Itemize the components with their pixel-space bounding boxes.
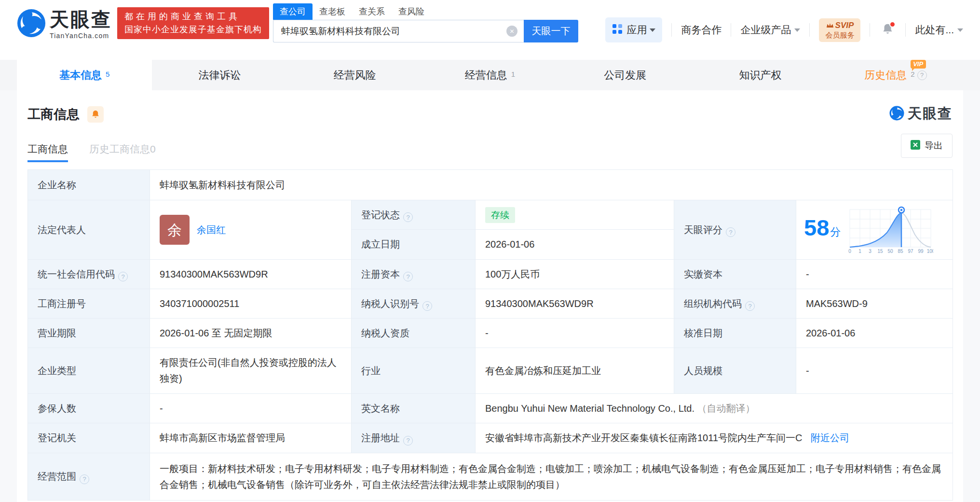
org-code-value: MAK563WD-9 — [796, 289, 953, 319]
divider — [809, 23, 810, 37]
address-value: 安徽省蚌埠市高新技术产业开发区秦集镇长征南路1011号院内生产车间一C 附近公司 — [476, 423, 953, 453]
insured-label: 参保人数 — [28, 394, 150, 423]
taxpayer-id-label: 纳税人识别号 — [352, 289, 476, 319]
search-button[interactable]: 天眼一下 — [524, 20, 578, 42]
tab-operation-info[interactable]: 经营信息 1 — [422, 60, 558, 90]
nearby-companies-link[interactable]: 附近公司 — [811, 432, 849, 443]
tab-legal-proceedings[interactable]: 法律诉讼 — [152, 60, 287, 90]
help-icon[interactable] — [726, 227, 735, 237]
subscribe-bell-icon[interactable] — [87, 106, 104, 123]
staff-size-label: 人员规模 — [674, 348, 796, 394]
help-icon[interactable] — [80, 474, 89, 484]
search-tab-risk[interactable]: 查风险 — [392, 3, 431, 20]
search-input[interactable] — [273, 26, 506, 37]
export-button[interactable]: 导出 — [901, 134, 953, 158]
avatar: 余 — [160, 215, 190, 245]
chevron-down-icon — [650, 28, 655, 32]
svg-text:100: 100 — [927, 249, 933, 254]
established-value: 2026-01-06 — [476, 230, 674, 260]
address-label: 注册地址 — [352, 423, 476, 453]
tab-company-development[interactable]: 公司发展 — [558, 60, 693, 90]
help-icon[interactable] — [118, 272, 128, 281]
clear-search-icon[interactable] — [506, 26, 517, 37]
tab-operation-risk[interactable]: 经营风险 — [287, 60, 422, 90]
top-navigation: 应用 商务合作 企业级产品 SVIP 会员服务 此处有... — [605, 0, 963, 60]
vip-badge: VIP — [911, 60, 926, 69]
taxpayer-quality-label: 纳税人资质 — [352, 319, 476, 348]
taxpayer-id-value: 91340300MAK563WD9R — [476, 289, 674, 319]
account-menu[interactable]: 此处有... — [915, 23, 963, 37]
registry-label: 登记机关 — [28, 423, 150, 453]
search-tab-company[interactable]: 查公司 — [273, 3, 313, 20]
business-term-label: 营业期限 — [28, 319, 150, 348]
company-section-tabs: 基本信息 5 法律诉讼 经营风险 经营信息 1 公司发展 知识产权 历史信息 V… — [0, 60, 980, 90]
nav-business-cooperation[interactable]: 商务合作 — [681, 23, 721, 37]
legal-rep-link[interactable]: 余国红 — [197, 222, 226, 238]
paid-capital-label: 实缴资本 — [674, 260, 796, 289]
search-tab-boss[interactable]: 查老板 — [313, 3, 352, 20]
help-icon[interactable] — [403, 212, 413, 222]
business-scope-label: 经营范围 — [28, 453, 150, 501]
svg-text:3: 3 — [869, 249, 872, 254]
divider — [671, 23, 672, 37]
registry-value: 蚌埠市高新区市场监督管理局 — [150, 423, 352, 453]
table-row: 参保人数 - 英文名称 Bengbu Yuhui New Material Te… — [28, 394, 953, 423]
divider — [870, 23, 870, 37]
svip-membership-button[interactable]: SVIP 会员服务 — [819, 18, 860, 42]
help-icon[interactable] — [917, 70, 927, 80]
apps-grid-icon — [612, 24, 623, 36]
promo-line2: 国家中小企业发展子基金旗下机构 — [124, 23, 262, 36]
tab-history-info[interactable]: 历史信息 VIP 2 — [828, 60, 963, 90]
taxpayer-quality-value: - — [476, 319, 674, 348]
notifications-bell-icon[interactable] — [881, 23, 894, 38]
table-row: 工商注册号 340371000002511 纳税人识别号 91340300MAK… — [28, 289, 953, 319]
chevron-down-icon — [794, 28, 800, 32]
apps-label: 应用 — [626, 23, 647, 37]
table-row: 统一社会信用代码 91340300MAK563WD9R 注册资本 100万人民币… — [28, 260, 953, 289]
paid-capital-value: - — [796, 260, 953, 289]
reg-status-label: 登记状态 — [352, 200, 476, 230]
tianyancha-logo[interactable]: 天眼查 TianYanCha.com — [17, 9, 112, 40]
help-icon[interactable] — [403, 436, 413, 446]
svg-text:1: 1 — [859, 249, 862, 254]
tab-basic-info[interactable]: 基本信息 5 — [17, 60, 152, 90]
tab-intellectual-property[interactable]: 知识产权 — [693, 60, 828, 90]
search-tabs: 查公司 查老板 查关系 查风险 — [273, 4, 578, 20]
subtab-business-info[interactable]: 工商信息 — [27, 142, 68, 162]
apps-menu[interactable]: 应用 — [605, 17, 662, 42]
excel-icon — [911, 140, 920, 152]
uscc-value: 91340300MAK563WD9R — [150, 260, 352, 289]
table-row: 企业名称 蚌埠驭氢新材料科技有限公司 — [28, 170, 953, 200]
crown-icon — [826, 21, 834, 30]
search-tab-relation[interactable]: 查关系 — [352, 3, 392, 20]
legal-rep-cell: 余 余国红 — [150, 200, 352, 260]
subtab-history-business-info[interactable]: 历史工商信息0 — [89, 142, 156, 162]
svg-text:99: 99 — [918, 249, 924, 254]
section-title: 工商信息 — [27, 106, 80, 123]
help-icon[interactable] — [422, 301, 432, 311]
approval-date-value: 2026-01-06 — [796, 319, 953, 348]
reg-capital-label: 注册资本 — [352, 260, 476, 289]
help-icon[interactable] — [745, 301, 755, 311]
svg-text:50: 50 — [888, 249, 894, 254]
table-row: 登记机关 蚌埠市高新区市场监督管理局 注册地址 安徽省蚌埠市高新技术产业开发区秦… — [28, 423, 953, 453]
reg-status-value: 存续 — [476, 200, 674, 230]
header: 天眼查 TianYanCha.com 都在用的商业查询工具 国家中小企业发展子基… — [0, 0, 980, 60]
help-icon[interactable] — [403, 272, 413, 281]
approval-date-label: 核准日期 — [674, 319, 796, 348]
tab-count: 1 — [511, 70, 515, 78]
table-row: 企业类型 有限责任公司(非自然人投资或控股的法人独资) 行业 有色金属冶炼和压延… — [28, 348, 953, 394]
english-name-label: 英文名称 — [352, 394, 476, 423]
english-name-value: Bengbu Yuhui New Material Technology Co.… — [476, 394, 953, 423]
divider — [731, 23, 731, 37]
table-row: 营业期限 2026-01-06 至 无固定期限 纳税人资质 - 核准日期 202… — [28, 319, 953, 348]
nav-enterprise-products[interactable]: 企业级产品 — [740, 23, 800, 37]
tianyancha-swirl-icon — [17, 9, 46, 40]
page-body: 工商信息 天眼查 工商信息 历史工商信息0 导出 企业名称 蚌埠驭氢新材料科技有… — [0, 90, 980, 502]
promo-banner: 都在用的商业查询工具 国家中小企业发展子基金旗下机构 — [117, 7, 269, 39]
score-cell: 58分 — [796, 200, 953, 260]
company-type-value: 有限责任公司(非自然人投资或控股的法人独资) — [150, 348, 352, 394]
company-name-value: 蚌埠驭氢新材料科技有限公司 — [150, 170, 953, 200]
status-badge: 存续 — [485, 207, 515, 223]
svg-text:15: 15 — [878, 249, 884, 254]
